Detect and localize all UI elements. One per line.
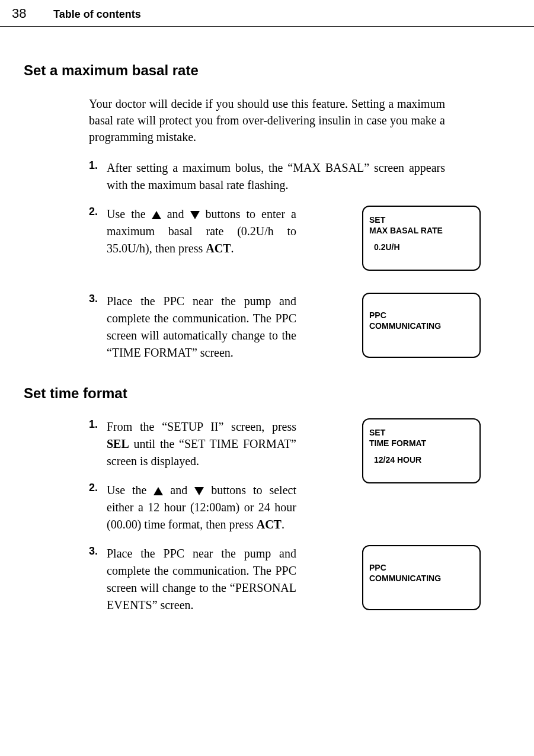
page-header: 38 Table of contents	[0, 0, 534, 27]
screen-line: COMMUNICATING	[369, 321, 474, 331]
screen-line: MAX BASAL RATE	[369, 226, 474, 235]
step-text: Use the and buttons to select either a 1…	[107, 482, 296, 533]
text-fragment: Use the	[107, 483, 154, 496]
step-text: Place the PPC near the pump and complete…	[107, 545, 296, 614]
screen-line: COMMUNICATING	[369, 574, 474, 583]
toc-label: Table of contents	[53, 8, 141, 21]
down-arrow-icon	[190, 211, 200, 219]
screen-time-format: SET TIME FORMAT 12/24 HOUR	[362, 418, 481, 483]
up-arrow-icon	[152, 211, 161, 219]
section-time-format-title: Set time format	[24, 385, 510, 402]
step-number: 3.	[89, 293, 107, 305]
down-arrow-icon	[194, 487, 204, 495]
act-label: ACT	[257, 518, 282, 531]
section-max-basal-title: Set a maximum basal rate	[24, 62, 510, 79]
step-text: After setting a maximum bolus, the “MAX …	[107, 159, 445, 194]
text-fragment: .	[282, 518, 284, 531]
text-fragment: and	[163, 483, 194, 496]
text-fragment: From the “SETUP II” screen, press	[107, 420, 296, 433]
step-1: 1. After setting a maximum bolus, the “M…	[89, 159, 510, 194]
step-number: 1.	[89, 418, 107, 431]
step-text: Use the and buttons to enter a maximum b…	[107, 206, 296, 257]
step-number: 3.	[89, 545, 107, 558]
text-fragment: .	[231, 242, 234, 255]
screen-value: 0.2U/H	[374, 242, 474, 252]
up-arrow-icon	[154, 487, 163, 495]
screen-ppc-communicating: PPC COMMUNICATING	[362, 293, 481, 358]
step-text: From the “SETUP II” screen, press SEL un…	[107, 418, 296, 470]
screen-line: SET	[369, 215, 474, 225]
sel-label: SEL	[107, 437, 129, 450]
step-number: 2.	[89, 482, 107, 494]
step-2b: 2. Use the and buttons to select either …	[89, 482, 510, 533]
page-number: 38	[0, 6, 53, 21]
text-fragment: until the “SET TIME FORMAT” screen is di…	[107, 437, 296, 467]
step-number: 1.	[89, 159, 107, 172]
text-fragment: Use the	[107, 207, 152, 220]
intro-paragraph: Your doctor will decide if you should us…	[89, 95, 445, 145]
screen-value: 12/24 HOUR	[374, 455, 474, 465]
text-fragment: and	[161, 207, 190, 220]
screen-line: TIME FORMAT	[369, 438, 474, 448]
page-content: Set a maximum basal rate Your doctor wil…	[0, 62, 534, 614]
step-number: 2.	[89, 206, 107, 218]
step-text: Place the PPC near the pump and complete…	[107, 293, 296, 361]
screen-ppc-communicating-2: PPC COMMUNICATING	[362, 545, 481, 610]
screen-line: PPC	[369, 563, 474, 572]
screen-line: PPC	[369, 310, 474, 320]
screen-max-basal: SET MAX BASAL RATE 0.2U/H	[362, 206, 481, 271]
act-label: ACT	[206, 242, 231, 255]
screen-line: SET	[369, 428, 474, 437]
